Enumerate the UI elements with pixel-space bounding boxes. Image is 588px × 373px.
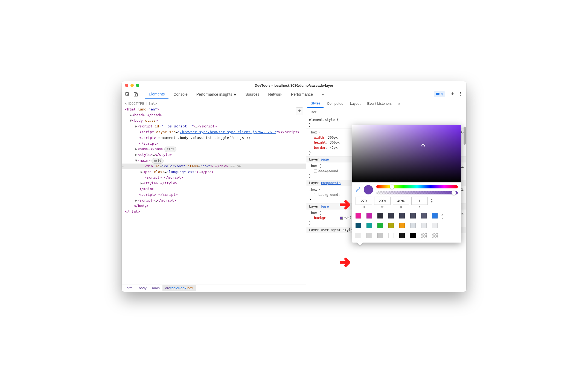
doctype[interactable]: <!DOCTYPE html> xyxy=(122,101,306,107)
prop-checkbox[interactable] xyxy=(314,193,317,196)
palette-swatch[interactable] xyxy=(356,213,361,218)
tab-sources[interactable]: Sources xyxy=(241,89,263,99)
head-node[interactable]: ▶<head>…</head> xyxy=(122,112,306,118)
window-controls[interactable] xyxy=(125,84,139,87)
palette-swatch[interactable] xyxy=(421,213,427,218)
palette-swatch[interactable] xyxy=(388,233,394,238)
tab-event-listeners[interactable]: Event Listeners xyxy=(364,99,395,108)
w-input[interactable] xyxy=(374,197,391,205)
palette-swatch[interactable] xyxy=(388,223,394,228)
h-input[interactable] xyxy=(356,197,372,205)
minimize-icon[interactable] xyxy=(130,84,134,87)
html-close[interactable]: </html> xyxy=(122,209,306,215)
palette-swatch[interactable] xyxy=(366,213,372,218)
b-input[interactable] xyxy=(393,197,409,205)
side-tabs: Styles Computed Layout Event Listeners » xyxy=(306,99,466,108)
main-tabs: Elements Console Performance insights So… xyxy=(122,89,466,99)
issues-badge[interactable]: 4 xyxy=(434,91,445,97)
style-node-2[interactable]: ▶<style>…</style> xyxy=(122,180,306,186)
alpha-thumb[interactable] xyxy=(452,191,456,195)
style-node-1[interactable]: ▶<style>…</style> xyxy=(122,152,306,158)
body-node[interactable]: ▼<body class> xyxy=(122,118,306,124)
a-input[interactable] xyxy=(411,197,428,205)
palette-swatch[interactable] xyxy=(399,233,405,238)
format-stepper-icon[interactable]: ▲▼ xyxy=(430,198,434,203)
body-close[interactable]: </body> xyxy=(122,203,306,209)
script-inline[interactable]: <script> document .body .classList .togg… xyxy=(122,135,306,147)
color-cursor[interactable] xyxy=(421,144,425,147)
selected-div-node[interactable]: ⋯ <div id="color-box" class="box"> </div… xyxy=(122,164,306,169)
styles-filter-input[interactable] xyxy=(308,110,464,114)
palette-swatch[interactable] xyxy=(421,223,427,228)
palette-swatch[interactable] xyxy=(410,213,416,218)
prop-checkbox[interactable] xyxy=(314,170,317,173)
tab-console[interactable]: Console xyxy=(170,89,191,99)
script-async[interactable]: <script async src="/browser-sync/browser… xyxy=(122,129,306,135)
breadcrumb[interactable]: html body main div#color-box.box xyxy=(122,284,306,292)
palette-swatch[interactable] xyxy=(356,223,361,228)
tab-computed[interactable]: Computed xyxy=(324,99,347,108)
palette-swatch[interactable] xyxy=(410,223,416,228)
crumb-html[interactable]: html xyxy=(124,285,136,291)
palette-swatch[interactable] xyxy=(432,213,438,218)
palette-swatch[interactable] xyxy=(432,233,438,238)
palette-swatches xyxy=(356,213,439,239)
tab-performance-insights[interactable]: Performance insights xyxy=(193,89,241,99)
palette-swatch[interactable] xyxy=(377,233,383,238)
palette-swatch[interactable] xyxy=(388,213,394,218)
main-close[interactable]: </main> xyxy=(122,186,306,192)
settings-icon[interactable] xyxy=(449,91,454,97)
styles-body[interactable]: element.style {} 305 .box { width: 300px… xyxy=(306,116,466,292)
hue-slider[interactable] xyxy=(376,185,458,188)
styles-filter-row xyxy=(306,108,466,116)
html-open[interactable]: <html lang="en"> xyxy=(122,107,306,112)
hue-thumb[interactable] xyxy=(390,185,394,189)
tab-elements[interactable]: Elements xyxy=(145,89,168,99)
script-node-3[interactable]: <script> </script> xyxy=(122,175,306,180)
close-icon[interactable] xyxy=(125,84,128,87)
crumb-main[interactable]: main xyxy=(149,285,162,291)
tab-performance[interactable]: Performance xyxy=(287,89,317,99)
svg-rect-2 xyxy=(136,94,138,96)
pre-node[interactable]: ▶<pre class="language-css">…</pre> xyxy=(122,169,306,175)
tab-network[interactable]: Network xyxy=(264,89,286,99)
devtools-window: DevTools - localhost:8080/demo/cascade-l… xyxy=(122,81,466,292)
more-icon[interactable] xyxy=(458,91,463,97)
tabs-overflow-icon[interactable]: » xyxy=(318,89,328,99)
label-w: W xyxy=(374,205,391,209)
palette-swatch[interactable] xyxy=(399,213,405,218)
palette-swatch[interactable] xyxy=(377,213,383,218)
tab-styles[interactable]: Styles xyxy=(307,99,324,108)
palette-swatch[interactable] xyxy=(421,233,427,238)
saturation-value-area[interactable] xyxy=(352,125,461,182)
maximize-icon[interactable] xyxy=(136,84,139,87)
color-swatch-icon[interactable] xyxy=(340,217,343,220)
device-toggle-icon[interactable] xyxy=(132,91,139,98)
palette-swatch[interactable] xyxy=(410,233,416,238)
palette-swatch[interactable] xyxy=(432,223,438,228)
dom-tree[interactable]: <!DOCTYPE html> <html lang="en"> ▶<head>… xyxy=(122,99,306,284)
main-node[interactable]: ▼<main>grid xyxy=(122,158,306,164)
crumb-active[interactable]: div#color-box.box xyxy=(162,285,196,291)
palette-swatch[interactable] xyxy=(356,233,361,238)
palette-swatch[interactable] xyxy=(366,233,372,238)
script-node-5[interactable]: ▶<script>…</script> xyxy=(122,198,306,203)
palette-scroll-icon[interactable]: ▲▼ xyxy=(441,213,443,220)
palette-swatch[interactable] xyxy=(366,223,372,228)
palette-swatch[interactable] xyxy=(399,223,405,228)
side-tabs-overflow[interactable]: » xyxy=(395,99,403,108)
alpha-slider[interactable] xyxy=(376,191,458,194)
svg-point-3 xyxy=(460,92,461,93)
inspect-element-icon[interactable] xyxy=(124,91,131,98)
tab-layout[interactable]: Layout xyxy=(347,99,364,108)
script-bs[interactable]: ▶<script id="__bs_script__">…</script> xyxy=(122,124,306,129)
scrollbar-thumb[interactable] xyxy=(464,127,466,145)
svg-point-5 xyxy=(460,95,461,95)
current-color-swatch xyxy=(364,185,373,194)
crumb-body[interactable]: body xyxy=(136,285,149,291)
palette-swatch[interactable] xyxy=(377,223,383,228)
eyedropper-icon[interactable] xyxy=(356,187,360,193)
nav-node[interactable]: ▶<nav>…</nav>flex xyxy=(122,146,306,152)
content-split: <!DOCTYPE html> <html lang="en"> ▶<head>… xyxy=(122,99,466,292)
script-node-4[interactable]: <script> </script> xyxy=(122,192,306,198)
